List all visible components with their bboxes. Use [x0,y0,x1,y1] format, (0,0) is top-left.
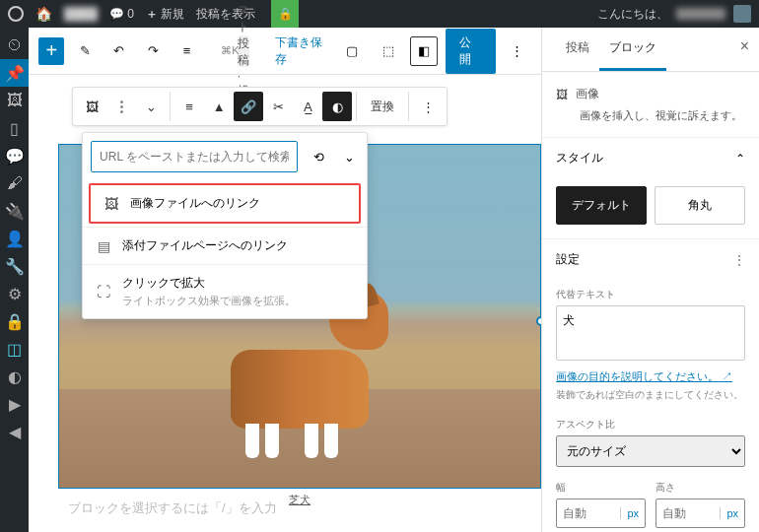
lock-icon[interactable]: 🔒 [271,0,299,28]
nav-collapse[interactable]: ◀ [0,418,29,445]
link-submit-button[interactable]: ⟲ [304,142,333,171]
greeting-text: こんにちは、 [597,6,668,23]
image-icon: 🖼 [556,88,568,101]
aspect-ratio-label: アスペクト比 [556,418,745,432]
replace-button[interactable]: 置換 [361,92,404,121]
resize-handle[interactable] [536,316,541,326]
block-type-button[interactable]: 🖼 [77,92,106,121]
home-icon[interactable]: 🏠 [35,6,52,22]
editor-topbar: + ✎ ↶ ↷ ≡ テスト投稿 · 投稿 ⌘K 下書き保存 ▢ ⬚ ◧ 公開 ⋮ [29,28,541,75]
nav-users[interactable]: 👤 [0,225,29,252]
block-move-button[interactable]: ⌄ [136,92,166,121]
publish-button[interactable]: 公開 [446,29,496,74]
link-option-lightbox[interactable]: ⛶ クリックで拡大ライトボックス効果で画像を拡張。 [83,264,367,318]
width-unit[interactable]: px [620,507,645,519]
redo-button[interactable]: ↷ [140,37,166,65]
height-label: 高さ [656,481,745,495]
nav-posts[interactable]: 📌 [0,59,29,87]
nav-plugin-1[interactable]: ◫ [0,335,29,363]
link-option-attachment-page[interactable]: ▤ 添付ファイルページへのリンク [83,227,367,264]
editor-area: + ✎ ↶ ↷ ≡ テスト投稿 · 投稿 ⌘K 下書き保存 ▢ ⬚ ◧ 公開 ⋮… [29,28,541,532]
link-button[interactable]: 🔗 [234,92,263,121]
outline-button[interactable]: ≡ [173,37,199,65]
image-icon: 🖼 [103,196,120,212]
avatar[interactable] [733,5,751,23]
close-sidebar-button[interactable]: × [740,37,749,55]
edit-mode-button[interactable]: ✎ [72,37,98,65]
link-option-media-file[interactable]: 🖼 画像ファイルへのリンク [89,183,361,224]
nav-security[interactable]: 🔒 [0,307,29,335]
width-input[interactable] [557,506,620,520]
shortcut-hint: ⌘K [221,44,239,57]
link-url-input[interactable] [91,141,298,172]
block-name: 画像 [576,86,599,102]
align-button[interactable]: ≡ [174,92,204,121]
nav-plugins[interactable]: 🔌 [0,197,29,225]
preview-desktop-button[interactable]: ▢ [338,36,366,66]
block-drag-handle[interactable] [106,92,136,121]
username[interactable] [676,8,725,20]
text-overlay-button[interactable]: A̲ [293,92,322,121]
nav-comments[interactable]: 💬 [0,142,29,169]
width-label: 幅 [556,481,646,495]
more-options-button[interactable]: ⋮ [504,36,531,66]
comments-link[interactable]: 0 [109,7,134,21]
chevron-up-icon: ⌃ [735,152,745,166]
settings-more-icon[interactable]: ⋮ [733,253,745,267]
admin-sidenav: ⏲ 📌 🖼 ▯ 💬 🖌 🔌 👤 🔧 ⚙ 🔒 ◫ ◐ ▶ ◀ [0,28,29,532]
view-button[interactable]: ⬚ [374,36,401,66]
undo-button[interactable]: ↶ [106,37,132,65]
height-unit[interactable]: px [720,507,744,519]
sidebar-toggle-button[interactable]: ◧ [410,36,438,66]
wordpress-icon[interactable] [8,6,24,22]
document-title[interactable]: テスト投稿 · 投稿 ⌘K [238,35,249,67]
expand-icon: ⛶ [95,284,112,299]
settings-panel-header[interactable]: 設定⋮ [542,238,759,280]
nav-plugin-3[interactable]: ▶ [0,390,29,418]
link-popover: ⟲ ⌄ 🖼 画像ファイルへのリンク ▤ 添付ファイルページへのリンク ⛶ クリッ… [82,132,368,319]
nav-pages[interactable]: ▯ [0,114,29,142]
nav-settings[interactable]: ⚙ [0,280,29,307]
tab-block[interactable]: ブロック [599,28,666,71]
alt-help-text: 装飾であれば空白のままにしてください。 [556,388,745,402]
align-wide-button[interactable]: ▲ [204,92,234,121]
block-inserter-hint[interactable]: ブロックを選択するには「/」を入力 [68,499,277,517]
alt-text-input[interactable]: 犬 [556,305,745,361]
link-expand-button[interactable]: ⌄ [339,150,359,165]
style-default-button[interactable]: デフォルト [556,186,647,225]
nav-media[interactable]: 🖼 [0,87,29,114]
nav-tools[interactable]: 🔧 [0,252,29,280]
settings-sidebar: 投稿 ブロック × 🖼画像 画像を挿入し、視覚に訴えます。 スタイル⌃ デフォル… [541,28,759,532]
new-content-link[interactable]: ＋ 新規 [146,6,184,23]
tab-post[interactable]: 投稿 [556,28,599,71]
block-more-button[interactable]: ⋮ [413,92,443,121]
style-rounded-button[interactable]: 角丸 [655,186,745,225]
block-description: 画像を挿入し、視覚に訴えます。 [580,108,745,123]
save-draft-button[interactable]: 下書き保存 [275,34,330,68]
site-name[interactable]: ████ [64,7,98,21]
alt-help-link[interactable]: 画像の目的を説明してください。 ↗ [556,370,732,382]
add-block-button[interactable]: + [38,37,64,65]
block-toolbar: 🖼 ⌄ ≡ ▲ 🔗 ✂ A̲ ◐ 置換 ⋮ [72,87,448,126]
nav-plugin-2[interactable]: ◐ [0,363,29,390]
nav-appearance[interactable]: 🖌 [0,169,29,197]
crop-button[interactable]: ✂ [263,92,293,121]
alt-text-label: 代替テキスト [556,288,745,301]
editor-canvas[interactable]: 🖼 ⌄ ≡ ▲ 🔗 ✂ A̲ ◐ 置換 ⋮ [29,75,541,532]
duotone-button[interactable]: ◐ [322,92,352,121]
height-input[interactable] [656,506,720,520]
styles-panel-header[interactable]: スタイル⌃ [542,138,759,178]
aspect-ratio-select[interactable]: 元のサイズ [556,435,745,467]
admin-bar: 🏠 ████ 0 ＋ 新規 投稿を表示 🔒 こんにちは、 [0,0,759,28]
nav-dashboard[interactable]: ⏲ [0,32,29,59]
page-icon: ▤ [95,238,112,254]
image-caption[interactable]: 芝犬 [289,493,310,507]
